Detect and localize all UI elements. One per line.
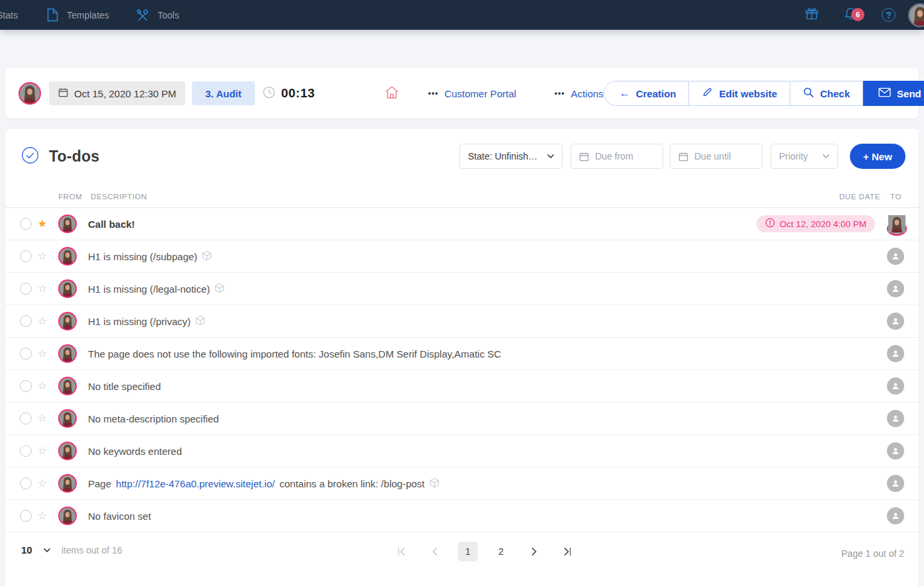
help-button[interactable]: ?: [882, 0, 896, 30]
page-info: Page 1 out of 2: [841, 548, 904, 559]
description-text: Page: [88, 478, 111, 489]
to-cell: [887, 377, 904, 395]
creation-button[interactable]: ← Creation: [604, 81, 690, 106]
project-date-chip[interactable]: Oct 15, 2020 12:30 PM: [49, 81, 185, 105]
webpage-cube-icon: [195, 315, 205, 328]
from-avatar: [58, 442, 77, 460]
phase-chip[interactable]: 3. Audit: [192, 81, 254, 105]
todo-row[interactable]: ☆H1 is missing (/subpage): [5, 240, 919, 273]
unassigned-person-icon: [887, 313, 904, 330]
nav-item-stats[interactable]: Stats: [0, 0, 18, 30]
star-icon-outline[interactable]: ☆: [37, 413, 48, 424]
from-avatar: [58, 279, 77, 298]
todo-complete-checkbox[interactable]: [20, 477, 32, 489]
page-link[interactable]: http://7f12e-476a0.preview.sitejet.io/: [116, 478, 275, 489]
account-avatar[interactable]: [908, 3, 924, 27]
unassigned-person-icon: [887, 345, 904, 362]
to-cell: [887, 410, 904, 427]
todo-row[interactable]: ☆No keywords entered: [5, 435, 919, 467]
customer-portal-link[interactable]: ••• Customer Portal: [428, 88, 516, 99]
todo-complete-checkbox[interactable]: [20, 348, 32, 360]
todo-complete-checkbox[interactable]: [20, 413, 32, 424]
next-page-button[interactable]: [524, 542, 544, 562]
to-cell: [887, 280, 904, 297]
home-button[interactable]: [385, 85, 399, 102]
todo-complete-checkbox[interactable]: [20, 380, 32, 392]
todo-complete-checkbox[interactable]: [20, 510, 32, 522]
chevron-down-icon: [44, 548, 50, 552]
creation-label: Creation: [636, 88, 676, 99]
to-cell: [887, 475, 904, 492]
actions-link[interactable]: ••• Actions: [555, 88, 604, 99]
column-header-description: DESCRIPTION: [91, 193, 147, 201]
due-date-text: Oct 12, 2020 4:00 PM: [780, 219, 866, 229]
nav-item-tools[interactable]: Tools: [136, 0, 179, 30]
description-text: The page does not use the following impo…: [88, 348, 501, 360]
edit-website-button[interactable]: Edit website: [689, 81, 790, 106]
star-icon-outline[interactable]: ☆: [37, 283, 48, 294]
star-icon-outline[interactable]: ☆: [37, 381, 48, 391]
notifications-button[interactable]: 6: [843, 0, 858, 30]
todo-row[interactable]: ☆H1 is missing (/privacy): [5, 305, 919, 338]
todo-complete-checkbox[interactable]: [20, 283, 32, 295]
project-owner-avatar[interactable]: [19, 82, 41, 105]
from-avatar: [58, 215, 77, 233]
todo-row[interactable]: ☆No meta-description specified: [5, 403, 919, 435]
new-todo-button[interactable]: + New: [850, 144, 905, 169]
calendar-icon: [678, 152, 688, 162]
state-filter-dropdown[interactable]: State: Unfinish…: [459, 144, 563, 169]
priority-filter-dropdown[interactable]: Priority: [770, 144, 838, 169]
description-text: H1 is missing (/legal-notice): [88, 283, 210, 295]
todo-row[interactable]: ☆No favicon set: [5, 500, 919, 532]
todo-row[interactable]: ☆Page http://7f12e-476a0.preview.sitejet…: [5, 467, 919, 500]
description-text: Call back!: [88, 219, 135, 230]
todo-description: No favicon set: [88, 511, 151, 522]
page-button-2[interactable]: 2: [491, 542, 511, 562]
mail-icon: [878, 87, 891, 99]
from-avatar: [58, 377, 77, 395]
due-until-input[interactable]: Due until: [670, 144, 762, 169]
page-button-1[interactable]: 1: [458, 542, 478, 562]
todo-row[interactable]: ☆The page does not use the following imp…: [5, 338, 919, 370]
star-icon-outline[interactable]: ☆: [37, 251, 48, 262]
description-text: contains a broken link: /blog-post: [279, 478, 424, 489]
send-label: Send to customer: [897, 88, 924, 99]
last-page-button[interactable]: [557, 542, 577, 562]
to-cell: [887, 248, 904, 265]
nav-item-templates[interactable]: Templates: [46, 0, 109, 30]
unassigned-person-icon: [887, 248, 904, 265]
star-icon-outline[interactable]: ☆: [37, 446, 48, 456]
webpage-cube-icon: [430, 477, 439, 490]
chevron-down-icon: [823, 154, 829, 158]
todo-complete-checkbox[interactable]: [20, 218, 32, 230]
star-icon-outline[interactable]: ☆: [37, 478, 48, 489]
gift-button[interactable]: [804, 0, 819, 30]
due-from-input[interactable]: Due from: [571, 144, 663, 169]
first-page-button[interactable]: [392, 542, 412, 562]
due-date-pill: Oct 12, 2020 4:00 PM: [757, 215, 875, 232]
clock-icon: [263, 86, 275, 101]
todo-complete-checkbox[interactable]: [20, 445, 32, 457]
check-button[interactable]: Check: [790, 81, 863, 106]
items-count-label: items out of 16: [62, 545, 122, 556]
star-icon-outline[interactable]: ☆: [37, 316, 48, 326]
star-icon-filled[interactable]: ★: [37, 219, 48, 229]
from-avatar: [58, 474, 77, 493]
todo-description: No meta-description specified: [88, 413, 219, 424]
description-text: H1 is missing (/subpage): [88, 251, 197, 262]
nav-item-label: Stats: [0, 10, 18, 21]
todo-row[interactable]: ☆No title specified: [5, 370, 919, 403]
description-text: No title specified: [88, 381, 161, 392]
star-icon-outline[interactable]: ☆: [37, 348, 48, 359]
table-footer: 10 items out of 16 12 Page 1 out of 2: [5, 532, 919, 575]
todo-complete-checkbox[interactable]: [20, 250, 32, 262]
star-icon-outline[interactable]: ☆: [37, 511, 48, 521]
calendar-icon: [579, 152, 589, 162]
todo-complete-checkbox[interactable]: [20, 315, 32, 327]
previous-page-button[interactable]: [425, 542, 445, 562]
todo-row[interactable]: ☆H1 is missing (/legal-notice): [5, 273, 919, 305]
send-to-customer-button[interactable]: Send to customer →: [863, 81, 924, 106]
todo-row[interactable]: ★Call back!Oct 12, 2020 4:00 PM: [5, 208, 919, 240]
page-size-selector[interactable]: 10 items out of 16: [21, 544, 122, 556]
from-avatar: [58, 312, 77, 330]
